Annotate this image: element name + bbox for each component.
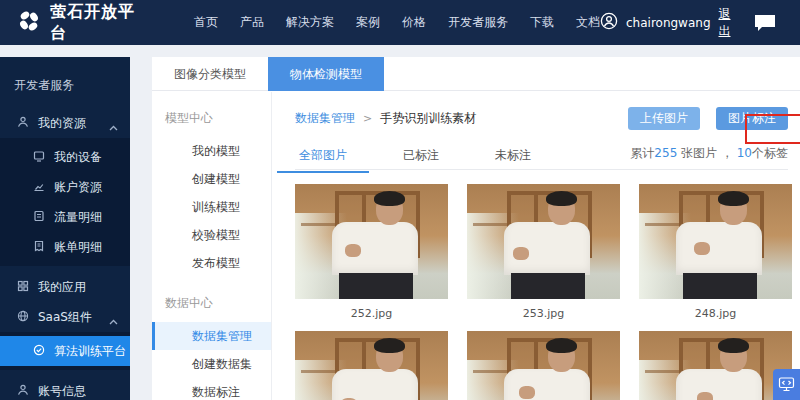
username: chairongwang [626,16,711,30]
gesture-photo[interactable] [639,184,792,299]
code-widget-button[interactable] [773,369,800,400]
tab-object-detection[interactable]: 物体检测模型 [268,57,384,91]
nav-item-docs[interactable]: 文档 [576,14,600,31]
image-card [295,331,448,400]
model-center-sidebar: 模型中心 我的模型 创建模型 训练模型 校验模型 发布模型 数据中心 数据集管理… [152,92,272,400]
tab-image-classification[interactable]: 图像分类模型 [152,57,268,91]
gesture-photo[interactable] [639,331,792,400]
sidebar-item-saas[interactable]: SaaS组件 [0,302,130,332]
breadcrumb-current: 手势识别训练素材 [380,110,476,127]
sidebar-item-my-devices[interactable]: 我的设备 [0,142,130,172]
image-caption: 248.jpg [639,307,792,320]
dataset-stats: 累计255 张图片 ， 10个标签 [630,145,788,162]
image-card [639,331,792,400]
model-type-tabs: 图像分类模型 物体检测模型 [152,57,800,91]
person-icon [17,384,29,399]
sidebar-submenu-saas: 算法训练平台 [0,332,130,370]
ezviz-logo-icon [16,8,42,37]
image-card: 252.jpg [295,184,448,320]
sidebar-item-my-resources[interactable]: 我的资源 [0,108,130,138]
sidebar-item-label: 账号信息 [38,383,86,400]
sidebar-item-label: 我的应用 [38,279,86,296]
globe-icon [17,310,29,325]
sidebar-item-bill-detail[interactable]: 账单明细 [0,232,130,262]
sidebar-item-label: 算法训练平台 [54,343,126,360]
menu-item-data-annotation[interactable]: 数据标注 [152,378,271,400]
model-center-title: 模型中心 [152,92,271,137]
photo-filter-tabs: 全部图片 已标注 未标注 累计255 张图片 ， 10个标签 [295,142,788,170]
chevron-up-icon [109,120,118,134]
menu-item-verify-model[interactable]: 校验模型 [152,221,271,249]
annotate-images-button[interactable]: 图片标注 [716,107,788,130]
brand-title: 萤石开放平台 [50,2,142,44]
gesture-photo[interactable] [295,184,448,299]
dataset-content: 数据集管理 > 手势识别训练素材 上传图片 图片标注 全部图片 已标注 未标注 … [273,92,800,400]
tab-unannotated[interactable]: 未标注 [491,147,535,173]
stats-tag-count: 10 [737,146,752,160]
tab-all-images[interactable]: 全部图片 [295,147,351,173]
menu-item-my-models[interactable]: 我的模型 [152,137,271,165]
grid-icon [17,280,29,295]
image-caption: 252.jpg [295,307,448,320]
nav-item-download[interactable]: 下载 [530,14,554,31]
user-area: chairongwang 退出 [600,6,732,40]
nav-item-developer-services[interactable]: 开发者服务 [448,14,508,31]
nav-item-home[interactable]: 首页 [194,14,218,31]
nav-item-products[interactable]: 产品 [240,14,264,31]
sidebar-item-label: 账户资源 [54,179,102,196]
nav-item-solutions[interactable]: 解决方案 [286,14,334,31]
chevron-up-icon [109,314,118,328]
top-navbar: 萤石开放平台 首页 产品 解决方案 案例 价格 开发者服务 下载 文档 chai… [0,0,800,45]
sidebar-item-label: 账单明细 [54,239,102,256]
sidebar-item-my-apps[interactable]: 我的应用 [0,272,130,302]
sidebar-item-traffic-detail[interactable]: 流量明细 [0,202,130,232]
image-card: 253.jpg [467,184,620,320]
image-card [467,331,620,400]
upload-images-button[interactable]: 上传图片 [628,107,700,130]
breadcrumb-dataset-management[interactable]: 数据集管理 [295,110,355,127]
device-icon [33,150,45,165]
sidebar-item-algo-training-platform[interactable]: 算法训练平台 [0,336,130,366]
gesture-photo[interactable] [467,331,620,400]
nav-item-pricing[interactable]: 价格 [402,14,426,31]
stats-middle: 张图片 ， [677,146,736,160]
menu-item-train-model[interactable]: 训练模型 [152,193,271,221]
sidebar-item-account-info[interactable]: 账号信息 [0,376,130,400]
chart-icon [33,180,45,195]
tab-annotated[interactable]: 已标注 [399,147,443,173]
brand[interactable]: 萤石开放平台 [16,2,142,44]
main-panel: 图像分类模型 物体检测模型 模型中心 我的模型 创建模型 训练模型 校验模型 发… [152,57,800,400]
logout-link[interactable]: 退出 [719,6,733,40]
image-caption: 253.jpg [467,307,620,320]
menu-item-publish-model[interactable]: 发布模型 [152,249,271,277]
person-icon [17,116,29,131]
gesture-photo[interactable] [295,331,448,400]
stats-suffix: 个标签 [752,146,788,160]
menu-item-create-dataset[interactable]: 创建数据集 [152,350,271,378]
left-sidebar: 开发者服务 我的资源 我的设备 账户资源 [0,57,130,400]
breadcrumb-separator: > [363,112,372,125]
sidebar-item-account-resources[interactable]: 账户资源 [0,172,130,202]
receipt-icon [33,240,45,255]
data-center-title: 数据中心 [152,277,271,322]
sidebar-item-label: 我的资源 [38,115,86,132]
sidebar-section-title: 开发者服务 [0,57,130,108]
stats-prefix: 累计 [630,146,654,160]
menu-item-create-model[interactable]: 创建模型 [152,165,271,193]
check-circle-icon [33,344,45,359]
menu-item-dataset-management[interactable]: 数据集管理 [152,322,271,350]
image-card: 248.jpg [639,184,792,320]
sidebar-item-label: SaaS组件 [38,309,92,326]
stats-image-count: 255 [654,146,677,160]
main-nav: 首页 产品 解决方案 案例 价格 开发者服务 下载 文档 [194,14,600,31]
document-icon [33,210,45,225]
nav-item-cases[interactable]: 案例 [356,14,380,31]
sidebar-submenu-resources: 我的设备 账户资源 流量明细 账单明细 [0,138,130,266]
chat-icon[interactable] [754,14,776,31]
user-avatar-icon [600,12,618,33]
sidebar-item-label: 流量明细 [54,209,102,226]
sidebar-item-label: 我的设备 [54,149,102,166]
breadcrumb: 数据集管理 > 手势识别训练素材 上传图片 图片标注 [295,106,788,130]
gesture-photo[interactable] [467,184,620,299]
